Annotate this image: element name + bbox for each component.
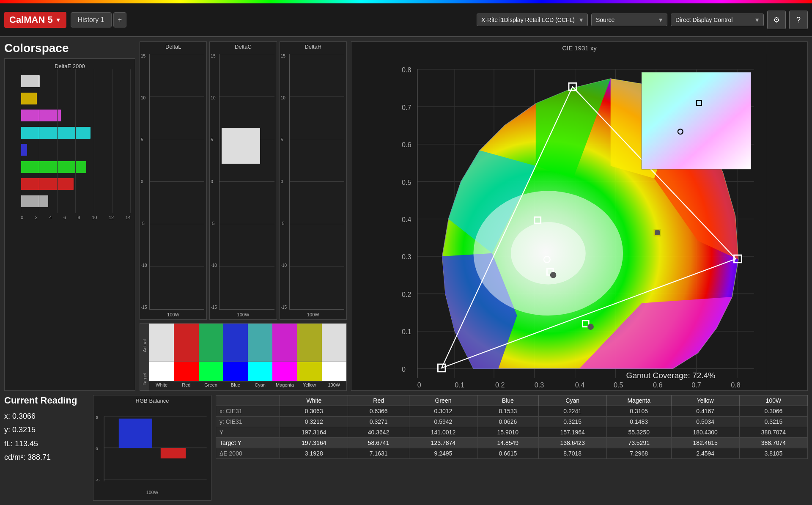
bar-row-magenta [21,108,131,123]
swatch-actual-blue [223,324,248,362]
source-dropdown[interactable]: Source ▼ [591,14,667,26]
deltaC-chart: DeltaC 15105 0-5-10-15 [209,41,277,320]
bar-100w [21,195,48,207]
cie-inset [642,72,751,169]
bar-row-red [21,177,131,191]
cell-tY-cyan: 138.6423 [538,438,606,448]
device-value: X-Rite i1Display Retail LCD (CCFL) [481,16,575,23]
cell-de-cyan: 8.7018 [538,448,606,459]
y-value: 0.3215 [12,425,36,434]
cell-tY-red: 58.6741 [348,438,409,448]
bar-red [21,178,74,190]
display-dropdown[interactable]: Direct Display Control ▼ [671,14,764,26]
swatch-label-red: Red [174,381,198,390]
cie-title: CIE 1931 xy [351,42,807,54]
cell-de-yellow: 2.4594 [671,448,739,459]
deltaC-white-bar [222,128,260,164]
cell-Y-100w: 388.7074 [739,427,807,438]
table-body: x: CIE31 0.3063 0.6366 0.3012 0.1533 0.2… [216,406,808,459]
cell-x-cyan: 0.2241 [538,406,606,417]
bar-list [21,69,131,213]
current-reading-title: Current Reading [4,395,89,406]
cyan-actual-dot [550,272,557,278]
deltae-chart-title: DeltaE 2000 [9,63,131,69]
svg-text:0: 0 [402,365,406,373]
cell-Y-green: 141.0012 [409,427,477,438]
svg-text:0.8: 0.8 [402,66,411,74]
table-row: x: CIE31 0.3063 0.6366 0.3012 0.1533 0.2… [216,406,808,417]
colorspace-title: Colorspace [4,41,135,55]
rainbow-bar [0,0,812,3]
swatch-target-red [174,362,198,381]
svg-text:-5: -5 [96,478,99,482]
reading-fL: fL: 113.45 [4,437,89,450]
swatches-grid: White Red Green Blue Cyan Magenta Yellow… [149,324,346,390]
table-row: ΔE 2000 3.1928 7.1631 9.2495 0.6615 8.70… [216,448,808,459]
row-label-x: x: CIE31 [216,406,280,417]
device-dropdown-arrow: ▼ [578,16,584,23]
cell-x-100w: 0.3066 [739,406,807,417]
rgb-red-bar [161,448,186,458]
swatch-label-green: Green [199,381,223,390]
source-dropdown-arrow: ▼ [658,16,664,23]
svg-text:0.3: 0.3 [402,253,411,261]
rgb-svg: 5 0 -5 [93,406,211,490]
bar-cyan [21,127,91,139]
th-red: Red [348,395,409,406]
deltaC-y-labels: 15105 0-5-10-15 [211,54,217,310]
svg-text:0.7: 0.7 [691,381,701,389]
swatch-label-cyan: Cyan [248,381,272,390]
table-row-highlight: Target Y 197.3164 58.6741 123.7874 14.85… [216,438,808,448]
deltaL-title: DeltaL [140,42,206,52]
middle-panel: DeltaL 15105 0-5-10-15 [140,41,347,391]
table-header-row: White Red Green Blue Cyan Magenta Yellow… [216,395,808,406]
svg-text:0.2: 0.2 [402,291,411,298]
swatch-label-magenta: Magenta [272,381,297,390]
main-content: Colorspace DeltaE 2000 [0,37,812,505]
bar-white [21,75,40,87]
swatch-actual-red [174,324,198,362]
deltaC-x-label: 100W [210,312,276,317]
swatch-actual-magenta [272,324,297,362]
device-dropdown[interactable]: X-Rite i1Display Retail LCD (CCFL) ▼ [477,14,588,26]
bar-row-cyan [21,126,131,140]
swatch-actual-white [149,324,174,362]
svg-text:0: 0 [417,381,421,389]
actual-label: Actual [140,324,149,368]
help-button[interactable]: ? [789,11,808,29]
swatch-actual-green [199,324,223,362]
history-tab[interactable]: History 1 [71,12,112,27]
row-label-Y: Y [216,427,280,438]
th-cyan: Cyan [538,395,606,406]
target-label: Target [140,368,149,390]
y-label: y: [4,425,10,434]
swatch-label-yellow: Yellow [297,381,322,390]
rgb-title: RGB Balance [93,395,211,406]
deltaC-title: DeltaC [210,42,276,52]
app-logo: CalMAN 5 ▼ [4,12,66,28]
bar-blue [21,144,27,156]
swatch-target-green [199,362,223,381]
deltaL-y-labels: 15105 0-5-10-15 [141,54,147,310]
svg-text:0.7: 0.7 [402,104,411,111]
top-bar: CalMAN 5 ▼ History 1 + X-Rite i1Display … [0,3,812,37]
add-tab-button[interactable]: + [113,12,126,27]
cell-y-white: 0.3212 [280,417,348,427]
reading-x: x: 0.3066 [4,409,89,423]
swatch-target-blue [223,362,248,381]
cell-y-cyan: 0.3215 [538,417,606,427]
th-white: White [280,395,348,406]
delta-charts-row: DeltaL 15105 0-5-10-15 [140,41,347,320]
th-green: Green [409,395,477,406]
display-dropdown-arrow: ▼ [754,16,760,23]
cell-de-red: 7.1631 [348,448,409,459]
cell-x-green: 0.3012 [409,406,477,417]
magenta-actual-dot [587,324,594,330]
reading-cdm2: cd/m²: 388.71 [4,450,89,464]
settings-button[interactable]: ⚙ [767,11,786,29]
deltaL-plot-area [149,54,204,310]
bottom-area: Current Reading x: 0.3066 y: 0.3215 fL: … [0,395,812,505]
logo-arrow[interactable]: ▼ [55,16,61,23]
svg-text:0.6: 0.6 [653,381,663,389]
cell-tY-white: 197.3164 [280,438,348,448]
